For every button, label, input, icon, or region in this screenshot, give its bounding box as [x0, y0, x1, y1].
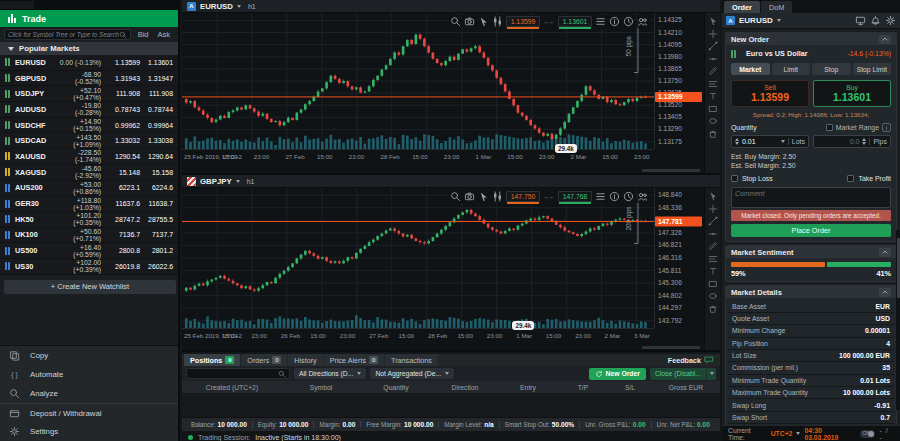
market-ask[interactable]: 1.13601: [140, 59, 173, 66]
scrollbar-thumb[interactable]: [897, 238, 900, 298]
market-ask[interactable]: 0.78744: [140, 106, 173, 113]
market-bid[interactable]: 6223.1: [107, 184, 140, 191]
crosshair-tool-icon[interactable]: [708, 204, 718, 214]
chart-plot-area[interactable]: 1.143251.142101.140951.139801.138651.137…: [182, 13, 720, 173]
market-row[interactable]: US30+102.00 (+0.39%)26019.826022.6: [0, 259, 178, 275]
tab-orders[interactable]: Orders0: [241, 354, 287, 366]
trade-header-button[interactable]: Trade: [0, 10, 178, 27]
trendline-tool-icon[interactable]: [708, 41, 718, 51]
market-ask[interactable]: 7137.7: [140, 231, 173, 238]
market-row[interactable]: USDJPY+52.10 (+0.47%)111.908111.908: [0, 86, 178, 102]
chart-cursor-icon[interactable]: [478, 191, 489, 202]
stop-loss-checkbox[interactable]: [731, 175, 738, 182]
collapse-button[interactable]: [879, 248, 891, 257]
column-header[interactable]: Created (UTC+2): [182, 384, 282, 391]
market-row[interactable]: EURUSD0.00 (-0.13%)1.135991.13601: [0, 55, 178, 71]
market-ask[interactable]: 1.31947: [140, 75, 173, 82]
market-range-checkbox[interactable]: [826, 124, 833, 131]
sidebar-item-settings[interactable]: Settings: [0, 422, 178, 441]
tab-dom[interactable]: DoM: [761, 1, 792, 13]
rectangle-tool-icon[interactable]: [708, 104, 718, 114]
symbol-selector[interactable]: EURUSD: [739, 16, 773, 25]
timezone-value[interactable]: UTC+2: [771, 430, 793, 437]
fibonacci-tool-icon[interactable]: [708, 79, 718, 89]
column-header[interactable]: Symbol: [282, 384, 360, 391]
window-control[interactable]: [0, 1, 34, 9]
chart-snapshot-icon[interactable]: [464, 191, 475, 202]
column-header[interactable]: T/P: [558, 384, 608, 391]
scrollbar-thumb[interactable]: [642, 169, 700, 172]
alerts-icon[interactable]: [637, 191, 648, 202]
tab-transactions[interactable]: Transactions: [385, 354, 438, 366]
text-tool-icon[interactable]: [708, 91, 718, 101]
horizontal-line-tool-icon[interactable]: [708, 229, 718, 239]
scrollbar-thumb[interactable]: [642, 346, 700, 349]
market-ask[interactable]: 11638.7: [140, 200, 173, 207]
chart-symbol-label[interactable]: GBPJPY: [200, 177, 232, 186]
market-bid[interactable]: 2800.8: [107, 247, 140, 254]
chart-snapshot-icon[interactable]: [464, 16, 475, 27]
chart-scrollbar[interactable]: [182, 345, 704, 350]
market-bid[interactable]: 1.33032: [107, 137, 140, 144]
new-order-header[interactable]: New Order: [726, 33, 896, 45]
sell-button[interactable]: Sell 1.13599: [731, 80, 809, 107]
chevron-down-icon[interactable]: [781, 140, 785, 143]
column-header[interactable]: Direction: [432, 384, 498, 391]
market-bid[interactable]: 28747.2: [107, 216, 140, 223]
info-icon[interactable]: [609, 191, 620, 202]
sidebar-item-automate[interactable]: { }Automate: [0, 365, 178, 384]
column-header[interactable]: Entry: [498, 384, 558, 391]
chart-symbol-label[interactable]: EURUSD: [200, 2, 233, 11]
chevron-down-icon[interactable]: [777, 19, 781, 22]
market-ask[interactable]: 2801.2: [140, 247, 173, 254]
chart-indicators-icon[interactable]: [492, 16, 503, 27]
comment-input[interactable]: Comment: [731, 187, 891, 208]
market-row[interactable]: XAGUSD-45.60 (-2.92%)15.14815.158: [0, 165, 178, 181]
stepper-arrows[interactable]: [862, 138, 866, 145]
buy-button[interactable]: Buy 1.13601: [813, 80, 891, 107]
aggregation-filter-dropdown[interactable]: Not Aggregated (De...: [370, 368, 454, 379]
close-dropdown-button[interactable]: [706, 368, 716, 380]
take-profit-checkbox[interactable]: [847, 175, 854, 182]
tab-order[interactable]: Order: [724, 1, 760, 13]
depth-icon[interactable]: [595, 191, 606, 202]
market-row[interactable]: HK50+101.20 (+0.35%)28747.228755.5: [0, 212, 178, 228]
direction-filter-dropdown[interactable]: All Directions (D...: [294, 368, 366, 379]
ellipse-tool-icon[interactable]: [708, 291, 718, 301]
ellipse-tool-icon[interactable]: [708, 116, 718, 126]
popular-markets-header[interactable]: Popular Markets: [0, 42, 178, 55]
candlestick-chart[interactable]: 148.840148.336147.831147.326146.821146.3…: [182, 188, 704, 342]
market-ask[interactable]: 0.99964: [140, 122, 173, 129]
market-ask[interactable]: 1.33038: [140, 137, 173, 144]
alerts-icon[interactable]: [637, 16, 648, 27]
market-bid[interactable]: 1.31943: [107, 75, 140, 82]
collapse-button[interactable]: [879, 288, 891, 297]
place-order-button[interactable]: Place Order: [731, 224, 891, 237]
market-bid[interactable]: 111.908: [107, 90, 140, 97]
order-type-stop-limit[interactable]: Stop Limit: [853, 63, 892, 75]
trendline-tool-icon[interactable]: [708, 216, 718, 226]
sidebar-item-analyze[interactable]: Analyze: [0, 384, 178, 403]
sell-price-box[interactable]: 147.750: [506, 191, 540, 202]
order-type-stop[interactable]: Stop: [812, 63, 851, 75]
range-stepper[interactable]: 0.0 Pips: [813, 135, 891, 148]
order-type-limit[interactable]: Limit: [772, 63, 811, 75]
buy-price-box[interactable]: 1.13601: [558, 16, 592, 27]
column-header[interactable]: S/L: [608, 384, 652, 391]
positions-search-input[interactable]: [186, 368, 290, 379]
market-bid[interactable]: 1.13599: [107, 59, 140, 66]
chevron-down-icon[interactable]: [237, 5, 241, 8]
pointer-tool-icon[interactable]: [708, 191, 718, 201]
depth-icon[interactable]: [595, 16, 606, 27]
symbol-search-input[interactable]: Click for Symbol Tree or Type to Search: [4, 29, 131, 40]
market-ask[interactable]: 111.908: [140, 90, 173, 97]
market-row[interactable]: XAUUSD-228.50 (-1.74%)1290.541290.64: [0, 149, 178, 165]
market-details-header[interactable]: Market Details: [726, 286, 896, 298]
sidebar-item-deposit-withdrawal[interactable]: Deposit / Withdrawal: [0, 403, 178, 422]
timeframe-selector[interactable]: h1: [247, 178, 255, 185]
candlestick-chart[interactable]: 1.143251.142101.140951.139801.138651.137…: [182, 13, 704, 163]
market-row[interactable]: GER30+118.80 (+1.03%)11637.611638.7: [0, 196, 178, 212]
market-row[interactable]: GBPUSD-68.90 (-0.52%)1.319431.31947: [0, 71, 178, 87]
fibonacci-tool-icon[interactable]: [708, 254, 718, 264]
market-row[interactable]: US500+16.40 (+0.59%)2800.82801.2: [0, 243, 178, 259]
